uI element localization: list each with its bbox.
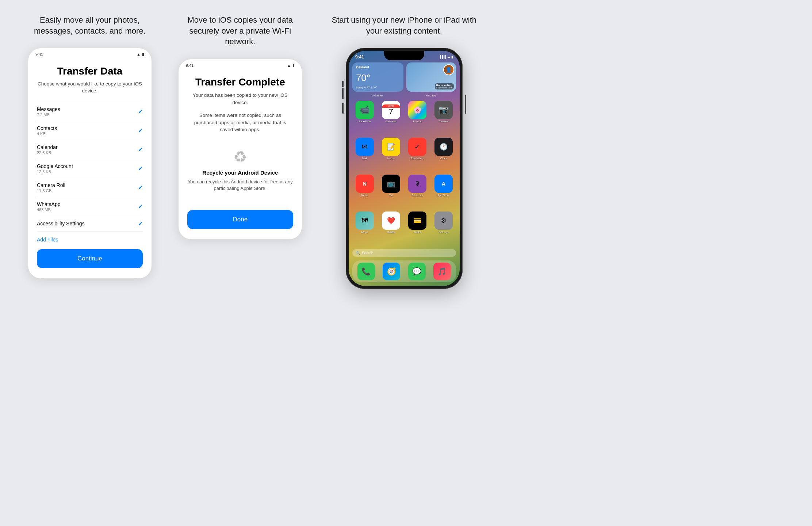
power-button <box>465 95 466 114</box>
calendar-icon: WED 7 <box>382 101 400 119</box>
podcasts-label: Podcasts <box>411 194 423 197</box>
add-files-link[interactable]: Add Files <box>37 237 143 243</box>
findmy-widget[interactable]: 👤 Hudson Ave Stuyvesant Falls <box>406 62 456 92</box>
check-icon: ✓ <box>138 203 143 210</box>
maps-label: Maps <box>361 230 368 234</box>
weather-widget[interactable]: Oakland 70° Sunny H:75° L:57° <box>352 62 403 92</box>
app-news[interactable]: N News <box>352 175 377 209</box>
weather-location: Oakland <box>356 65 400 69</box>
app-settings[interactable]: ⚙ Settings <box>431 211 456 246</box>
android-mockup-2: 9:41 ▲ ▮ Transfer Complete Your data has… <box>178 59 302 240</box>
iphone-dock: 📞 🧭 💬 🎵 <box>352 260 456 282</box>
settings-label: Settings <box>438 230 448 234</box>
battery-icon-iphone: ▮ <box>451 55 453 59</box>
app-grid: 📹 FaceTime WED 7 Calendar <box>349 99 460 248</box>
maps-icon: 🗺 <box>356 211 374 230</box>
status-icons-2: ▲ ▮ <box>287 63 295 68</box>
transfer-data-subtitle: Choose what you would like to copy to yo… <box>37 81 143 95</box>
transfer-data-panel: Easily move all your photos, messages, c… <box>22 15 158 279</box>
iphone-mockup: 9:41 ▐▐▐ ☁ ▮ Oakland 70° Sunny H:75° L:5… <box>346 48 463 289</box>
signal-icon: ▐▐▐ <box>439 55 446 59</box>
app-appstore[interactable]: A App Store <box>431 175 456 209</box>
notes-icon: 📝 <box>382 138 400 156</box>
recycle-desc: You can recycle this Android device for … <box>187 179 293 192</box>
app-tv[interactable]: 📺 TV <box>379 175 403 209</box>
mail-icon: ✉ <box>356 138 374 156</box>
check-icon: ✓ <box>138 220 143 227</box>
dock-music-icon[interactable]: 🎵 <box>433 263 451 280</box>
check-icon: ✓ <box>138 127 143 134</box>
weather-label: Weather <box>352 94 403 97</box>
done-button[interactable]: Done <box>187 210 293 229</box>
dock-phone-icon[interactable]: 📞 <box>357 263 375 280</box>
main-container: Easily move all your photos, messages, c… <box>0 0 508 329</box>
reminders-icon: ✓ <box>408 138 426 156</box>
app-wallet[interactable]: 💳 Wallet <box>405 211 430 246</box>
recycle-icon: ♻ <box>233 148 247 166</box>
iphone-screen-inner: 9:41 ▐▐▐ ☁ ▮ Oakland 70° Sunny H:75° L:5… <box>349 51 460 286</box>
transfer-data-content: Transfer Data Choose what you would like… <box>28 58 152 278</box>
news-label: News <box>361 194 368 197</box>
continue-button[interactable]: Continue <box>37 249 143 268</box>
recycle-title: Recycle your Android Device <box>202 169 278 176</box>
photos-icon: 🌸 <box>408 101 426 119</box>
status-time-1: 9:41 <box>35 52 43 57</box>
cal-num: 7 <box>389 108 393 116</box>
battery-icon-2: ▮ <box>292 63 295 68</box>
wallet-label: Wallet <box>414 230 421 234</box>
data-items-list: Messages7.2 MB ✓ Contacts4 KB ✓ Calendar… <box>37 102 143 232</box>
facetime-icon: 📹 <box>356 101 374 119</box>
appstore-icon: A <box>434 175 453 193</box>
app-photos[interactable]: 🌸 Photos <box>405 101 430 136</box>
app-notes[interactable]: 📝 Notes <box>379 138 403 172</box>
wallet-icon: 💳 <box>408 211 426 230</box>
volume-up-button <box>342 88 344 99</box>
list-item: Calendar22.3 KB ✓ <box>37 140 143 159</box>
list-item: WhatsApp463 MB ✓ <box>37 197 143 216</box>
check-icon: ✓ <box>138 108 143 115</box>
list-item: Contacts4 KB ✓ <box>37 121 143 140</box>
recycle-section: ♻ Recycle your Android Device You can re… <box>187 148 293 192</box>
tv-label: TV <box>389 194 393 197</box>
list-item: Messages7.2 MB ✓ <box>37 102 143 121</box>
dock-messages-icon[interactable]: 💬 <box>408 263 426 280</box>
widgets-row: Oakland 70° Sunny H:75° L:57° 👤 Hudson A… <box>349 61 460 93</box>
panel1-caption: Easily move all your photos, messages, c… <box>22 15 158 36</box>
transfer-complete-content: Transfer Complete Your data has been cop… <box>179 69 302 239</box>
search-text: Search <box>362 251 374 255</box>
app-mail[interactable]: ✉ Mail <box>352 138 377 172</box>
app-calendar[interactable]: WED 7 Calendar <box>379 101 403 136</box>
app-podcasts[interactable]: 🎙 Podcasts <box>405 175 430 209</box>
iphone-screen: 9:41 ▐▐▐ ☁ ▮ Oakland 70° Sunny H:75° L:5… <box>349 51 460 286</box>
health-label: Health <box>387 230 395 234</box>
app-facetime[interactable]: 📹 FaceTime <box>352 101 377 136</box>
facetime-label: FaceTime <box>359 120 371 123</box>
list-item: Camera Roll11.8 GB ✓ <box>37 178 143 197</box>
reminders-label: Reminders <box>411 157 424 160</box>
panel2-caption: Move to iOS copies your data securely ov… <box>172 15 308 47</box>
list-item: Accessibility Settings ✓ <box>37 216 143 232</box>
health-icon: ❤️ <box>382 211 400 230</box>
app-camera[interactable]: 📷 Camera <box>431 101 456 136</box>
list-item: Google Account12.3 KB ✓ <box>37 159 143 178</box>
iphone-status-icons: ▐▐▐ ☁ ▮ <box>439 55 453 59</box>
app-health[interactable]: ❤️ Health <box>379 211 403 246</box>
wifi-icon-2: ▲ <box>287 63 291 68</box>
status-bar-1: 9:41 ▲ ▮ <box>28 48 152 58</box>
battery-icon: ▮ <box>142 52 144 57</box>
clock-icon: 🕐 <box>434 138 453 156</box>
wifi-icon-iphone: ☁ <box>447 55 450 59</box>
dock-safari-icon[interactable]: 🧭 <box>383 263 400 280</box>
search-bar[interactable]: 🔍 Search <box>352 249 456 257</box>
findmy-label-text: Find My <box>406 94 456 97</box>
iphone-panel: Start using your new iPhone or iPad with… <box>323 15 486 289</box>
complete-text-1: Your data has been copied to your new iO… <box>187 92 293 106</box>
camera-icon: 📷 <box>434 101 453 119</box>
app-clock[interactable]: 🕐 Clock <box>431 138 456 172</box>
calendar-label: Calendar <box>386 120 397 123</box>
app-reminders[interactable]: ✓ Reminders <box>405 138 430 172</box>
podcasts-icon: 🎙 <box>408 175 426 193</box>
search-bar-container: 🔍 Search <box>349 248 460 259</box>
app-maps[interactable]: 🗺 Maps <box>352 211 377 246</box>
wifi-icon: ▲ <box>137 52 141 57</box>
